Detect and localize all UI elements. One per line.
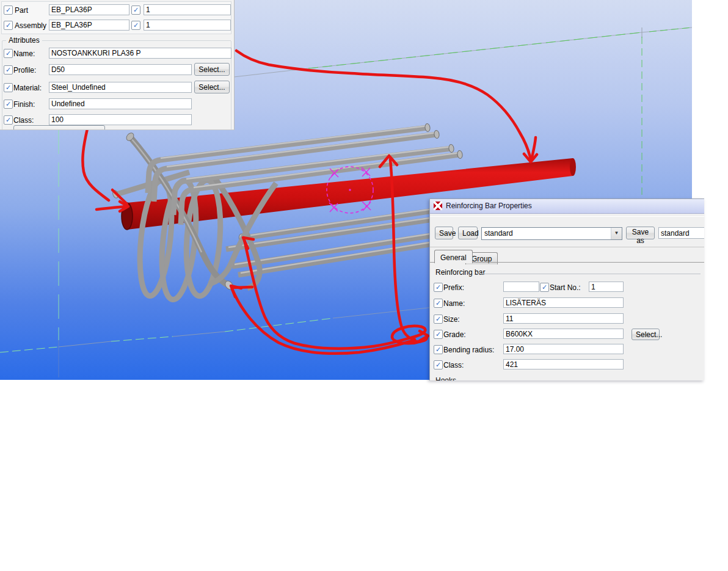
tekla-logo-icon xyxy=(434,202,442,210)
prefix-checkbox[interactable]: ✓ xyxy=(434,283,443,292)
material-label: Material: xyxy=(13,84,42,92)
class-checkbox[interactable]: ✓ xyxy=(4,115,13,125)
name-input[interactable] xyxy=(49,48,231,59)
start-no-checkbox[interactable]: ✓ xyxy=(540,283,549,292)
bar-name-input[interactable] xyxy=(503,297,624,308)
bar-class-input[interactable] xyxy=(503,359,624,369)
attributes-group-title: Attributes xyxy=(6,36,42,45)
bending-radius-checkbox[interactable]: ✓ xyxy=(434,345,443,354)
class-label: Class: xyxy=(13,116,34,125)
bar-name-label: Name: xyxy=(443,299,465,308)
material-input[interactable] xyxy=(49,82,192,93)
grade-checkbox[interactable]: ✓ xyxy=(434,330,443,339)
profile-input[interactable] xyxy=(49,64,192,75)
reinforcing-bar-properties-dialog: Reinforcing Bar Properties Save Load sta… xyxy=(429,198,704,380)
profile-label: Profile: xyxy=(13,66,36,75)
bar-class-label: Class: xyxy=(443,361,464,369)
assembly-startnumber-input[interactable] xyxy=(144,20,231,31)
grade-select-button[interactable]: Select... xyxy=(632,329,660,340)
size-checkbox[interactable]: ✓ xyxy=(434,315,443,324)
bar-name-checkbox[interactable]: ✓ xyxy=(434,299,443,308)
part-number-checkbox[interactable]: ✓ xyxy=(131,5,140,15)
part-startnumber-input[interactable] xyxy=(144,4,231,15)
bar-class-checkbox[interactable]: ✓ xyxy=(434,360,443,369)
material-select-button[interactable]: Select... xyxy=(194,81,230,93)
bending-radius-label: Bending radius: xyxy=(443,346,494,354)
part-properties-panel: ✓ Part ✓ ✓ Assembly ✓ Attributes ✓ Name:… xyxy=(0,0,235,130)
grade-input[interactable] xyxy=(503,329,624,339)
tab-general[interactable]: General xyxy=(434,250,473,263)
name-checkbox[interactable]: ✓ xyxy=(4,49,13,58)
part-label: Part xyxy=(15,6,28,15)
dialog-titlebar[interactable]: Reinforcing Bar Properties xyxy=(430,199,704,214)
save-button[interactable]: Save xyxy=(435,227,453,239)
dialog-title: Reinforcing Bar Properties xyxy=(446,202,532,210)
size-input[interactable] xyxy=(503,313,624,324)
material-checkbox[interactable]: ✓ xyxy=(4,83,13,92)
preset-dropdown[interactable]: standard ▼ xyxy=(481,227,622,240)
finish-checkbox[interactable]: ✓ xyxy=(4,100,13,109)
part-prefix-input[interactable] xyxy=(49,4,129,15)
part-checkbox[interactable]: ✓ xyxy=(4,5,13,15)
hooks-group-title-clipped: Hooks xyxy=(435,376,456,380)
start-no-input[interactable] xyxy=(589,282,624,292)
save-as-input[interactable] xyxy=(658,227,704,239)
clipped-bottom-button[interactable] xyxy=(13,125,105,130)
assembly-number-checkbox[interactable]: ✓ xyxy=(131,21,140,30)
prefix-label: Prefix: xyxy=(443,283,464,292)
save-as-button[interactable]: Save as xyxy=(626,227,655,239)
group-title-rule xyxy=(476,274,701,274)
finish-label: Finish: xyxy=(13,100,35,109)
chevron-down-icon[interactable]: ▼ xyxy=(611,228,622,239)
screenshot-root: ✓ Part ✓ ✓ Assembly ✓ Attributes ✓ Name:… xyxy=(0,0,728,571)
finish-input[interactable] xyxy=(49,98,192,109)
size-label: Size: xyxy=(443,315,460,324)
profile-select-button[interactable]: Select... xyxy=(194,63,230,76)
assembly-checkbox[interactable]: ✓ xyxy=(4,21,13,30)
bending-radius-input[interactable] xyxy=(503,344,624,354)
assembly-prefix-input[interactable] xyxy=(49,20,129,31)
class-input[interactable] xyxy=(49,114,192,125)
prefix-input[interactable] xyxy=(503,282,539,292)
start-no-label: Start No.: xyxy=(550,283,581,292)
grade-label: Grade: xyxy=(443,330,466,339)
reinforcing-bar-group-title: Reinforcing bar xyxy=(435,268,485,277)
preset-dropdown-value: standard xyxy=(484,229,513,238)
name-label: Name: xyxy=(13,49,35,58)
assembly-label: Assembly xyxy=(15,21,46,30)
profile-checkbox[interactable]: ✓ xyxy=(4,65,13,75)
load-button[interactable]: Load xyxy=(458,227,478,239)
